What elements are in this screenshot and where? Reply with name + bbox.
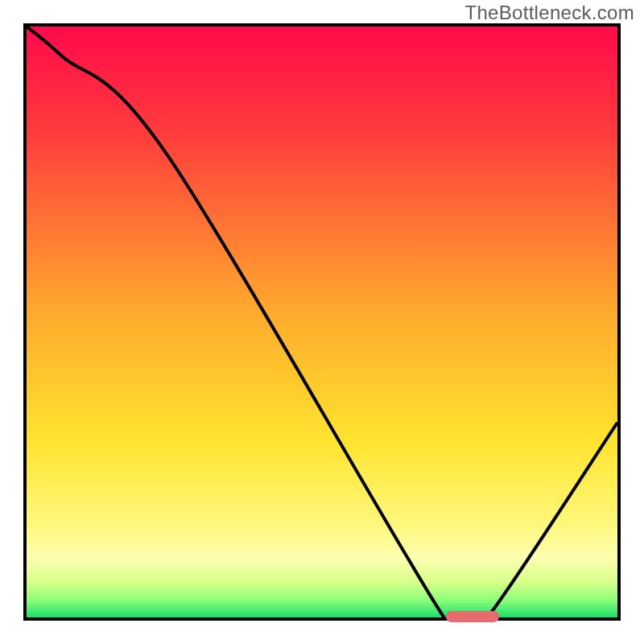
- chart-curve-path: [27, 27, 617, 617]
- chart-plot-area: [23, 23, 621, 621]
- min-marker: [446, 611, 499, 622]
- watermark-text: TheBottleneck.com: [464, 2, 634, 24]
- chart-curve: [27, 27, 617, 617]
